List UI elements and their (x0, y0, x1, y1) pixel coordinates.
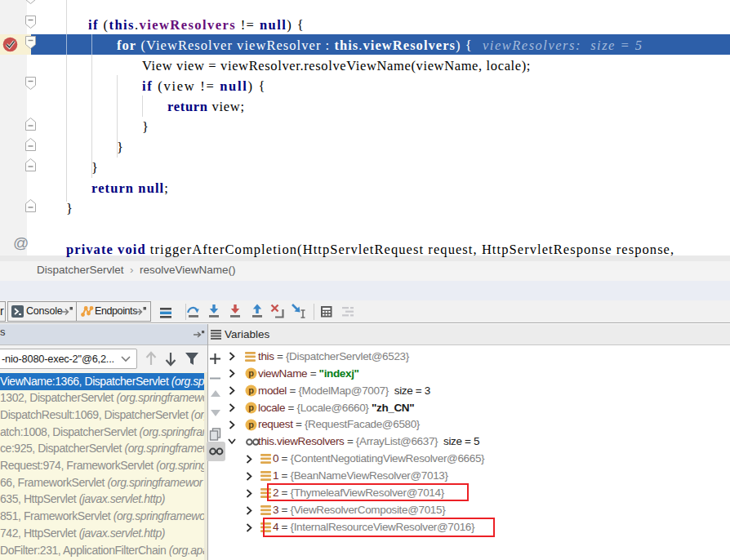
svg-text:p: p (248, 403, 254, 413)
svg-text:p: p (248, 420, 254, 429)
svg-text:p: p (248, 369, 254, 379)
svg-text:p: p (248, 386, 254, 396)
